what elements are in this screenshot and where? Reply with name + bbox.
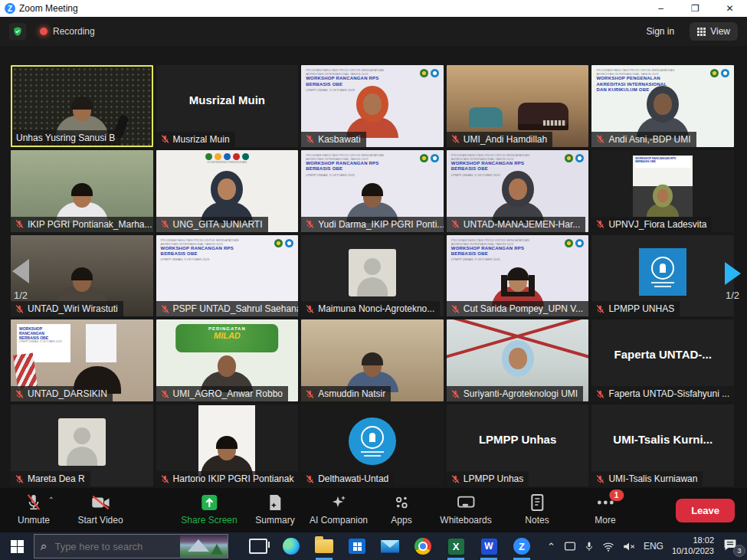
view-label: View — [710, 26, 730, 37]
participant-tile[interactable]: PROGRAM FASILITASI PRODI UNTUK MENDAPATK… — [447, 235, 589, 317]
participant-name-label: Suriyanti-Agroteknologi UMI — [447, 386, 583, 401]
participant-tile[interactable]: PROGRAM FASILITASI PRODI UNTUK MENDAPATK… — [591, 65, 734, 147]
close-button[interactable]: ✕ — [713, 0, 747, 17]
previous-page-arrow[interactable] — [12, 259, 29, 283]
whiteboards-button[interactable]: Whiteboards — [440, 493, 491, 526]
workshop-banner: PROGRAM FASILITASI PRODI UNTUK MENDAPATK… — [596, 68, 687, 93]
banner-logos-icon — [420, 154, 439, 162]
microphone-tray-icon[interactable] — [585, 541, 594, 552]
chevron-up-icon[interactable]: ⌃ — [48, 496, 54, 504]
participant-tile[interactable]: Mareta Dea R — [11, 404, 153, 486]
participant-name-text: Kasbawati — [318, 134, 360, 145]
participant-name-label: UNTAD_Wiri Wirastuti — [11, 301, 123, 316]
workshop-banner: PROGRAM FASILITASI PRODI UNTUK MENDAPATK… — [451, 153, 542, 177]
language-indicator[interactable]: ENG — [644, 541, 663, 552]
mic-muted-icon — [450, 389, 460, 399]
participant-tile[interactable]: Delthawati-Untad — [301, 404, 444, 486]
participant-name-label: UMI_AGRO_Anwar Robbo — [156, 386, 288, 401]
volume-muted-icon[interactable] — [623, 542, 635, 552]
institution-logos-banner: KONFERENSI PENDIDIKAN — [177, 153, 277, 164]
participant-tile[interactable]: PERINGATANMILADUMI_AGRO_Anwar Robbo — [156, 319, 299, 401]
participant-tile[interactable]: Unhas Yusring Sanusi B — [11, 65, 153, 147]
mail-taskbar-icon[interactable] — [380, 536, 400, 556]
participant-tile[interactable]: WORKSHOP RANCANGANBERBASIS OBELPMPP UNHA… — [11, 319, 153, 401]
participant-name-label: UMI-Tsalis Kurniawan — [591, 471, 703, 486]
apps-button[interactable]: Apps — [391, 493, 411, 526]
participant-tile[interactable]: Asmuddin Natsir — [301, 319, 444, 401]
video-muted-icon — [90, 493, 110, 513]
shield-check-icon[interactable] — [9, 23, 26, 40]
participant-name-text: Hartono IKIP PGRI Pontianak — [173, 473, 294, 484]
mic-muted-icon — [160, 474, 170, 484]
excel-taskbar-icon[interactable]: X — [446, 536, 466, 556]
participant-tile[interactable]: PROGRAM FASILITASI PRODI UNTUK MENDAPATK… — [301, 150, 444, 232]
participant-name-label: UPNVJ_Fiora Ladesvita — [591, 217, 712, 232]
ai-companion-button[interactable]: AI Companion — [310, 493, 368, 526]
mic-muted-icon — [305, 219, 315, 229]
word-taskbar-icon[interactable]: W — [479, 536, 499, 556]
recording-indicator[interactable]: Recording — [40, 26, 95, 37]
notification-center-icon[interactable]: 3 — [722, 538, 742, 555]
participant-name-text: Andi Asni,-BDP UMI — [608, 134, 690, 145]
participant-tile[interactable]: Musrizal MuinMusrizal Muin — [156, 65, 299, 147]
participant-tile[interactable]: UMI-Tsalis Kurni...UMI-Tsalis Kurniawan — [591, 404, 734, 486]
edge-taskbar-icon[interactable] — [281, 536, 301, 556]
ai-companion-label: AI Companion — [310, 515, 368, 526]
unmute-button[interactable]: ⌃Unmute — [18, 493, 50, 526]
mic-muted-icon — [305, 134, 315, 144]
participant-tile[interactable]: Suriyanti-Agroteknologi UMI — [447, 319, 589, 401]
banner-logos-icon — [420, 69, 439, 77]
participant-tile[interactable]: LPMPP UnhasLPMPP Unhas — [447, 404, 589, 486]
wifi-icon[interactable] — [602, 542, 614, 552]
start-video-button[interactable]: Start Video — [77, 493, 123, 526]
task-view-taskbar-icon[interactable] — [248, 536, 268, 556]
participant-tile[interactable]: PROGRAM FASILITASI PRODI UNTUK MENDAPATK… — [447, 150, 589, 232]
summary-button[interactable]: Summary — [255, 493, 294, 526]
whiteboards-icon — [456, 493, 476, 513]
file-explorer-taskbar-icon[interactable] — [314, 536, 334, 556]
institution-logo — [639, 248, 686, 296]
search-input[interactable] — [53, 540, 171, 553]
wall-poster — [86, 324, 116, 362]
participant-name-label: UNG_GITA JUNIARTI — [156, 217, 268, 232]
participant-tile[interactable]: Maimuna Nonci-Agrotekno... — [301, 235, 444, 317]
participant-tile[interactable]: Faperta UNTAD-...Faperta UNTAD-Sisfahyun… — [591, 319, 734, 401]
participant-tile[interactable]: UNTAD_Wiri Wirastuti — [11, 235, 153, 317]
tray-chevron-icon[interactable]: ⌃ — [547, 541, 555, 552]
participant-name-label: Cut Sarida Pompey_UPN V... — [447, 301, 588, 316]
participant-name-text: Asmuddin Natsir — [318, 388, 385, 399]
share-screen-button[interactable]: Share Screen — [181, 493, 237, 526]
start-button[interactable] — [0, 532, 34, 560]
tablet-mode-icon[interactable] — [564, 541, 576, 552]
notes-button[interactable]: Notes — [525, 493, 549, 526]
more-button[interactable]: 1More — [595, 493, 615, 526]
participant-tile[interactable]: Hartono IKIP PGRI Pontianak — [156, 404, 299, 486]
next-page-arrow[interactable] — [725, 262, 741, 285]
store-taskbar-icon[interactable] — [347, 536, 367, 556]
mic-muted-icon — [595, 389, 605, 399]
participant-display-name: Faperta UNTAD-... — [591, 348, 734, 361]
leave-button[interactable]: Leave — [676, 499, 735, 522]
participant-tile[interactable]: IKIP PGRI Pontianak_Marha... — [11, 150, 153, 232]
sign-in-button[interactable]: Sign in — [639, 22, 683, 41]
banner-logos-icon — [274, 239, 293, 247]
participant-tile[interactable]: PROGRAM FASILITASI PRODI UNTUK MENDAPATK… — [156, 235, 299, 317]
participant-name-text: Unhas Yusring Sanusi B — [16, 133, 115, 143]
participant-name-label: Delthawati-Untad — [301, 471, 394, 486]
minimize-button[interactable]: – — [644, 0, 678, 17]
zoom-control-bar: Leave ⌃UnmuteStart VideoShare ScreenSumm… — [0, 488, 747, 532]
taskbar-clock[interactable]: 18:02 10/10/2023 — [672, 535, 714, 557]
participant-tile[interactable]: WORKSHOP RANCANGAN RPS BERBASIS OBEUPNVJ… — [591, 150, 734, 232]
participant-figure — [631, 86, 695, 138]
participant-tile[interactable]: PROGRAM FASILITASI PRODI UNTUK MENDAPATK… — [301, 65, 444, 147]
recording-dot-icon — [40, 28, 48, 35]
taskbar-search[interactable]: ⌕ — [34, 534, 228, 558]
participant-tile[interactable]: UMI_Andi Hamdillah — [447, 65, 589, 147]
participant-tile[interactable]: LPMPP UNHAS — [591, 235, 734, 317]
chrome-taskbar-icon[interactable] — [413, 536, 433, 556]
view-button[interactable]: View — [690, 22, 738, 41]
maximize-button[interactable]: ❐ — [678, 0, 713, 17]
participant-name-label: LPMPP UNHAS — [591, 301, 680, 316]
zoom-taskbar-icon[interactable]: Z — [512, 536, 532, 556]
participant-tile[interactable]: KONFERENSI PENDIDIKANUNG_GITA JUNIARTI — [156, 150, 299, 232]
